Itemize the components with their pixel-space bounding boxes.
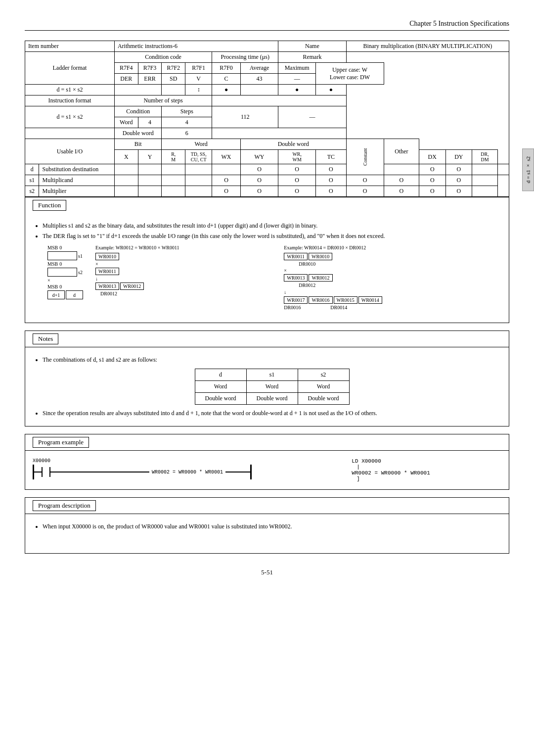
sd: SD: [162, 74, 185, 85]
function-bullet-2: The DER flag is set to "1" if d+1 exceed…: [43, 233, 501, 240]
WY-header: WY: [240, 150, 278, 164]
s1-WRWM: O: [278, 175, 316, 186]
contact-label: X00000: [33, 458, 332, 464]
program-desc-header: Program description: [25, 497, 509, 514]
combo-header-s1: s1: [246, 369, 298, 381]
r7f3: R7F3: [138, 63, 162, 74]
name-label: Name: [278, 41, 346, 52]
program-desc-label: Program description: [33, 500, 96, 511]
s1-X: [114, 175, 138, 186]
function-bullets: Multiplies s1 and s2 as the binary data,…: [43, 222, 501, 240]
combo-row1-s1: Word: [246, 381, 298, 393]
s2-X: [114, 186, 138, 197]
notes-label: Notes: [33, 333, 58, 344]
r7f4: R7F4: [114, 63, 138, 74]
maximum-label: Maximum: [278, 63, 316, 74]
X-header: X: [114, 150, 138, 164]
multiplier-label: Multiplier: [39, 186, 114, 197]
d-const: [472, 164, 498, 175]
r7f2: R7F2: [162, 63, 185, 74]
s1-const: O: [445, 175, 472, 186]
s2-WX: O: [212, 186, 241, 197]
sd-arrow: ↕: [185, 85, 212, 95]
program-desc-bullets: When input X00000 is on, the product of …: [43, 523, 501, 530]
formula-d-s1-s2: d = s1 × s2: [25, 85, 115, 95]
item-number-label: Item number: [25, 41, 115, 52]
combo-row2-s1: Double word: [246, 393, 298, 405]
s2-other: [472, 186, 498, 197]
DY-header: DY: [445, 150, 472, 164]
s1-other: [472, 175, 498, 186]
main-table: Item number Arithmetic instructions-6 Na…: [25, 41, 509, 197]
formula-right: WR0002 = WR0000 * WR0001: [352, 470, 501, 476]
combo-header-s2: s2: [298, 369, 349, 381]
dot3: ●: [316, 85, 346, 95]
double-word-label: Double word: [114, 128, 162, 139]
function-header: Function: [25, 197, 509, 213]
s1-RM: [162, 175, 185, 186]
s2-label: s2: [25, 186, 39, 197]
s2-Y: [138, 186, 162, 197]
combo-row2-d: Double word: [195, 393, 246, 405]
s1-DRDM: O: [419, 175, 445, 186]
chapter-title: Chapter 5 Instruction Specifications: [409, 20, 509, 27]
s1-TC: O: [316, 175, 346, 186]
s2-WRWM: O: [278, 186, 316, 197]
combo-header-d: d: [195, 369, 246, 381]
r7f0: R7F0: [212, 63, 241, 74]
der: DER: [114, 74, 138, 85]
combinations-table: d s1 s2 Word Word Word Double word Doubl…: [195, 369, 350, 405]
program-example-section: X00000 WR0002 = WR0000 * WR0001 LD X0000…: [25, 451, 509, 490]
word-label: Word: [114, 117, 138, 128]
d-other: [497, 164, 509, 175]
s1-Y: [138, 175, 162, 186]
d-DRDM: O: [445, 164, 472, 175]
dot2: ●: [278, 85, 316, 95]
s2-DY: O: [384, 186, 419, 197]
other-header: Other: [384, 139, 419, 164]
result-word-cell: 112: [212, 106, 278, 128]
d-TC: O: [316, 164, 346, 175]
TC-header: TC: [316, 150, 346, 164]
d-DY: O: [419, 164, 445, 175]
d-Y: [138, 164, 162, 175]
s1-TDSS: [185, 175, 212, 186]
multiplication-diagram: MSB 0 s1 MSB 0: [33, 245, 501, 313]
der-val: [114, 85, 162, 95]
processing-time-label: Processing time (μs): [212, 52, 278, 63]
TDSS-header: TD, SS,CU, CT: [185, 150, 212, 164]
combo-row1-s2: Word: [298, 381, 349, 393]
empty-right: [212, 128, 346, 139]
empty-formula-row: [25, 128, 115, 139]
average-label: Average: [240, 63, 278, 74]
chapter-header: Chapter 5 Instruction Specifications: [25, 20, 509, 31]
WX-header: WX: [212, 150, 241, 164]
formula-d-s1-s2-2: d = s1 × s2: [25, 106, 115, 128]
s1-label: s1: [25, 175, 39, 186]
program-example-header: Program example: [25, 434, 509, 451]
formula-label: WR0002 = WR0000 * WR0001: [149, 469, 225, 476]
word-header: Word: [162, 139, 240, 150]
program-example-label: Program example: [33, 437, 89, 448]
steps-word-val: 4: [138, 117, 162, 128]
constant-header: Constant: [346, 139, 384, 175]
result-dash-cell: —: [278, 106, 346, 128]
d-WY: O: [240, 164, 278, 175]
DX-header: DX: [419, 150, 445, 164]
err: ERR: [138, 74, 162, 85]
ladder-format-label: Ladder format: [25, 52, 115, 85]
s2-RM: [162, 186, 185, 197]
d-X: [114, 164, 138, 175]
page-number: 5-51: [25, 568, 509, 576]
c-empty: [240, 85, 278, 95]
combo-row2-s2: Double word: [298, 393, 349, 405]
d-WRWM: O: [278, 164, 316, 175]
item-value: Arithmetic instructions-6: [114, 41, 278, 52]
notes-section: The combinations of d, s1 and s2 are as …: [25, 347, 509, 426]
d-WX: [212, 164, 241, 175]
num-steps-label: Number of steps: [114, 95, 212, 106]
s2-const: O: [445, 186, 472, 197]
remark-label: Remark: [278, 52, 346, 63]
s1-WY: O: [240, 175, 278, 186]
condition-code-label: Condition code: [114, 52, 212, 63]
